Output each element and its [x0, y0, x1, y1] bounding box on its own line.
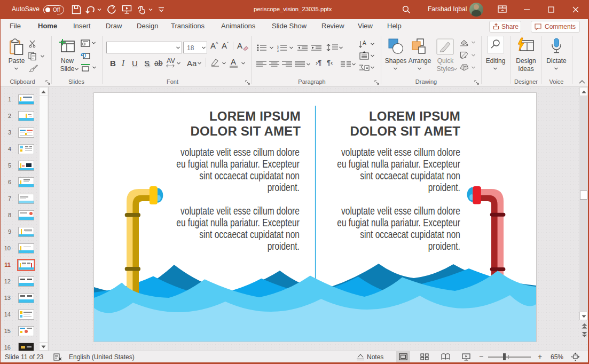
svg-text:3: 3 [277, 49, 279, 52]
svg-text:A: A [363, 40, 366, 46]
